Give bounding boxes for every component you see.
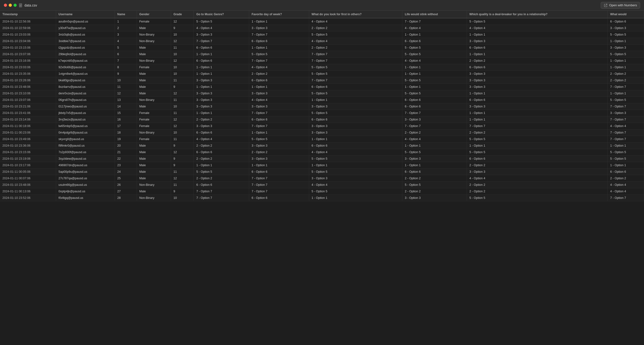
cell-24-0: 2024-01-11 00:07:06 (0, 175, 56, 182)
cell-20-10: 5 - Option 5 (608, 149, 644, 156)
cell-21-9: 6 - Option 6 (467, 156, 608, 162)
cell-25-9: 2 - Option 2 (467, 182, 608, 188)
cell-24-2: 25 (115, 175, 137, 182)
cell-16-6: 7 - Option 7 (249, 123, 309, 130)
cell-23-9: 3 - Option 3 (467, 169, 608, 175)
table-row: 2024-01-10 23:16:06k7wpcnb5@pausd.us7Non… (0, 58, 644, 64)
cell-19-9: 1 - Option 1 (467, 142, 608, 149)
cell-10-4: 9 (171, 84, 194, 90)
cell-21-2: 22 (115, 156, 137, 162)
cell-25-5: 6 - Option 6 (194, 182, 249, 188)
cell-1-0: 2024-01-10 22:59:06 (0, 25, 56, 32)
table-row: 2024-01-11 00:13:060optp4jk@pausd.us27Ma… (0, 188, 644, 195)
table-row: 2024-01-10 23:48:06usulm66g@pausd.us26No… (0, 182, 644, 188)
cell-24-8: 2 - Option 2 (402, 175, 467, 182)
cell-26-6: 7 - Option 7 (249, 188, 309, 195)
table-row: 2024-01-10 23:10:06denr0vze@pausd.us12Ma… (0, 90, 644, 97)
table-row: 2024-01-10 22:56:06aou8m5qn@pausd.us1Fem… (0, 18, 644, 25)
cell-16-10: 4 - Option 4 (608, 123, 644, 130)
table-body: 2024-01-10 22:56:06aou8m5qn@pausd.us1Fem… (0, 18, 644, 201)
close-button[interactable] (4, 4, 7, 7)
cell-27-7: 1 - Option 1 (309, 195, 402, 201)
cell-26-4: 9 (171, 188, 194, 195)
cell-17-7: 3 - Option 3 (309, 130, 402, 136)
cell-20-6: 2 - Option 2 (249, 149, 309, 156)
cell-8-4: 10 (171, 71, 194, 77)
cell-10-5: 1 - Option 1 (194, 84, 249, 90)
cell-11-4: 12 (171, 90, 194, 97)
cell-4-3: Male (137, 44, 171, 51)
cell-4-5: 6 - Option 6 (194, 44, 249, 51)
cell-3-7: 4 - Option 4 (309, 38, 402, 44)
cell-1-6: 3 - Option 3 (249, 25, 309, 32)
cell-24-10: 2 - Option 2 (608, 175, 644, 182)
cell-8-6: 2 - Option 2 (249, 71, 309, 77)
col-header-0: Timestamp (0, 11, 56, 18)
cell-25-1: usulm66g@pausd.us (56, 182, 115, 188)
cell-3-2: 4 (115, 38, 137, 44)
col-header-6: Favorite day of week? (249, 11, 309, 18)
cell-11-0: 2024-01-10 23:10:06 (0, 90, 56, 97)
cell-3-5: 7 - Option 7 (194, 38, 249, 44)
cell-11-7: 5 - Option 5 (309, 90, 402, 97)
cell-22-10: 1 - Option 1 (608, 162, 644, 169)
title-bar-right: Open with Numbers (601, 2, 640, 9)
open-with-numbers-button[interactable]: Open with Numbers (601, 2, 640, 9)
cell-3-10: 1 - Option 1 (608, 38, 644, 44)
cell-12-6: 4 - Option 4 (249, 97, 309, 103)
cell-6-5: 6 - Option 6 (194, 58, 249, 64)
cell-12-4: 11 (171, 97, 194, 103)
cell-14-6: 7 - Option 7 (249, 110, 309, 116)
cell-17-4: 10 (171, 130, 194, 136)
cell-27-1: f0vlligq@pausd.us (56, 195, 115, 201)
cell-0-10: 6 - Option 6 (608, 18, 644, 25)
cell-27-9: 5 - Option 5 (467, 195, 608, 201)
cell-21-10: 5 - Option 5 (608, 156, 644, 162)
cell-8-1: 1vtgm8w4@pausd.us (56, 71, 115, 77)
cell-2-6: 7 - Option 7 (249, 32, 309, 38)
table-row: 2024-01-11 00:18:06lw65mbp5@pausd.us17Fe… (0, 123, 644, 130)
title-bar: data.csv Open with Numbers (0, 0, 644, 11)
cell-14-9: 1 - Option 1 (467, 110, 608, 116)
cell-5-3: Male (137, 51, 171, 58)
cell-24-1: 27c787qa@pausd.us (56, 175, 115, 182)
cell-2-8: 1 - Option 1 (402, 32, 467, 38)
cell-16-4: 12 (171, 123, 194, 130)
cell-19-2: 20 (115, 142, 137, 149)
minimize-button[interactable] (9, 4, 12, 7)
cell-8-10: 2 - Option 2 (608, 71, 644, 77)
cell-0-8: 7 - Option 7 (402, 18, 467, 25)
table-row: 2024-01-10 23:03:0692x0lo66@pausd.us8Fem… (0, 64, 644, 71)
cell-8-8: 1 - Option 1 (402, 71, 467, 77)
table-row: 2024-01-10 23:36:06f9flmkr0@pausd.us20Ma… (0, 142, 644, 149)
table-row: 2024-01-10 23:52:06f0vlligq@pausd.us28No… (0, 195, 644, 201)
cell-5-7: 7 - Option 7 (309, 51, 402, 58)
cell-19-6: 3 - Option 3 (249, 142, 309, 149)
maximize-button[interactable] (14, 4, 17, 7)
cell-5-0: 2024-01-10 23:07:06 (0, 51, 56, 58)
cell-3-0: 2024-01-10 23:04:06 (0, 38, 56, 44)
cell-4-6: 1 - Option 1 (249, 44, 309, 51)
table-row: 2024-01-10 23:07:0606grs87h@pausd.us13No… (0, 97, 644, 103)
table-row: 2024-01-10 23:14:063rvj3wzx@pausd.us16Fe… (0, 116, 644, 123)
table-row: 2024-01-11 00:23:060m4pdgr8@pausd.us18No… (0, 130, 644, 136)
cell-26-2: 27 (115, 188, 137, 195)
table-container[interactable]: TimestampUsernameNameGenderGradeGo to Mu… (0, 11, 644, 345)
cell-2-9: 1 - Option 1 (467, 32, 608, 38)
cell-14-8: 7 - Option 7 (402, 110, 467, 116)
cell-2-3: Non-Binary (137, 32, 171, 38)
cell-18-0: 2024-01-10 23:49:06 (0, 136, 56, 142)
cell-1-1: y30vlf7w@pausd.us (56, 25, 115, 32)
cell-1-10: 3 - Option 3 (608, 25, 644, 32)
cell-12-7: 1 - Option 1 (309, 97, 402, 103)
cell-15-8: 3 - Option 3 (402, 116, 467, 123)
cell-6-9: 2 - Option 2 (467, 58, 608, 64)
cell-24-3: Male (137, 175, 171, 182)
header-row: TimestampUsernameNameGenderGradeGo to Mu… (0, 11, 644, 18)
col-header-4: Grade (171, 11, 194, 18)
cell-23-1: 5ap00p9u@pausd.us (56, 169, 115, 175)
cell-11-9: 1 - Option 1 (467, 90, 608, 97)
cell-20-1: 7s2p930f@pausd.us (56, 149, 115, 156)
cell-13-5: 3 - Option 3 (194, 103, 249, 110)
cell-6-3: Non-Binary (137, 58, 171, 64)
